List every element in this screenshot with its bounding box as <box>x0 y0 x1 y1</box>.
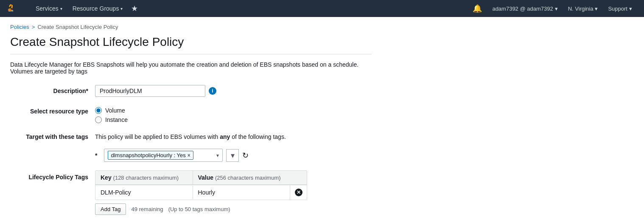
description-info-icon[interactable]: i <box>209 87 216 95</box>
remaining-count: 49 remaining <box>131 206 163 212</box>
key-column-header: Key (128 characters maximum) <box>95 171 193 184</box>
user-account-nav[interactable]: adam7392 @ adam7392 ▾ <box>487 0 563 17</box>
description-control-wrap: i <box>95 85 216 97</box>
value-column-header: Value (256 characters maximum) <box>193 171 290 184</box>
description-label: Description* <box>10 85 95 94</box>
nav-right-section: 🔔 adam7392 @ adam7392 ▾ N. Virginia ▾ Su… <box>468 0 637 17</box>
tag-dropdown-arrow-icon[interactable]: ▾ <box>216 152 219 158</box>
instance-option[interactable]: Instance <box>95 116 128 123</box>
aws-logo[interactable]: aws <box>7 3 24 14</box>
instance-radio[interactable] <box>95 116 102 123</box>
region-nav[interactable]: N. Virginia ▾ <box>563 0 603 17</box>
notification-bell-icon[interactable]: 🔔 <box>468 4 487 13</box>
volume-radio[interactable] <box>95 107 102 114</box>
action-column-header <box>290 171 307 184</box>
pin-icon[interactable]: ★ <box>128 4 141 13</box>
tag-select-container[interactable]: dlmsnapshotpolicyHourly : Yes × ▾ <box>104 149 223 162</box>
resource-groups-chevron-icon: ▾ <box>120 6 123 11</box>
tag-value-input[interactable] <box>193 186 290 199</box>
add-tag-row: Add Tag 49 remaining (Up to 50 tags maxi… <box>95 203 372 215</box>
lifecycle-tags-table: Key (128 characters maximum) Value (256 … <box>95 170 307 200</box>
breadcrumb-parent-link[interactable]: Policies <box>10 24 29 30</box>
breadcrumb-separator: > <box>32 24 35 30</box>
page-description: Data Lifecycle Manager for EBS Snapshots… <box>10 61 372 75</box>
key-hint: (128 characters maximum) <box>113 175 179 181</box>
tag-badge-remove-icon[interactable]: × <box>188 152 190 158</box>
user-chevron-icon: ▾ <box>555 6 558 12</box>
services-nav[interactable]: Services ▾ <box>31 0 67 17</box>
max-tags-text: (Up to 50 tags maximum) <box>168 206 230 212</box>
resource-groups-nav[interactable]: Resource Groups ▾ <box>67 0 128 17</box>
top-navigation: aws Services ▾ Resource Groups ▾ ★ 🔔 ada… <box>0 0 644 17</box>
refresh-button[interactable]: ↻ <box>242 151 249 160</box>
value-hint: (256 characters maximum) <box>215 175 281 181</box>
target-tags-row: Target with these tags This policy will … <box>10 132 372 140</box>
lifecycle-tags-label: Lifecycle Policy Tags <box>10 170 95 181</box>
region-chevron-icon: ▾ <box>595 6 598 12</box>
description-input[interactable] <box>95 85 205 97</box>
volume-option[interactable]: Volume <box>95 107 128 114</box>
add-tag-button[interactable]: Add Tag <box>95 203 126 215</box>
volume-label: Volume <box>105 107 125 114</box>
target-tags-description: This policy will be applied to EBS volum… <box>95 132 286 140</box>
breadcrumb-current: Create Snapshot Lifecycle Policy <box>37 24 118 30</box>
tag-badge-text: dlmsnapshotpolicyHourly : Yes <box>111 152 185 158</box>
breadcrumb: Policies > Create Snapshot Lifecycle Pol… <box>10 24 372 30</box>
main-content: Policies > Create Snapshot Lifecycle Pol… <box>0 17 382 222</box>
tag-dropdown-button[interactable]: ▾ <box>226 149 239 162</box>
tag-key-input[interactable] <box>95 186 193 199</box>
table-row: ✕ <box>95 185 307 200</box>
remove-tag-icon: ✕ <box>295 189 302 196</box>
required-star: * <box>95 152 97 159</box>
lifecycle-table-header: Key (128 characters maximum) Value (256 … <box>95 171 307 185</box>
services-chevron-icon: ▾ <box>60 6 62 11</box>
resource-type-label: Select resource type <box>10 105 95 115</box>
resource-type-row: Select resource type Volume Instance <box>10 105 372 123</box>
lifecycle-tags-row: Lifecycle Policy Tags Key (128 character… <box>10 170 372 200</box>
target-tags-label: Target with these tags <box>10 132 95 140</box>
instance-label: Instance <box>105 116 128 123</box>
resource-type-radio-group: Volume Instance <box>95 105 128 123</box>
page-title: Create Snapshot Lifecycle Policy <box>10 35 372 54</box>
svg-text:aws: aws <box>8 9 14 12</box>
support-chevron-icon: ▾ <box>629 6 632 12</box>
tag-input-row: * dlmsnapshotpolicyHourly : Yes × ▾ ▾ ↻ <box>95 149 372 162</box>
remove-tag-button[interactable]: ✕ <box>290 185 307 200</box>
support-nav[interactable]: Support ▾ <box>603 0 637 17</box>
tag-badge: dlmsnapshotpolicyHourly : Yes × <box>108 151 193 160</box>
description-field-row: Description* i <box>10 85 372 97</box>
